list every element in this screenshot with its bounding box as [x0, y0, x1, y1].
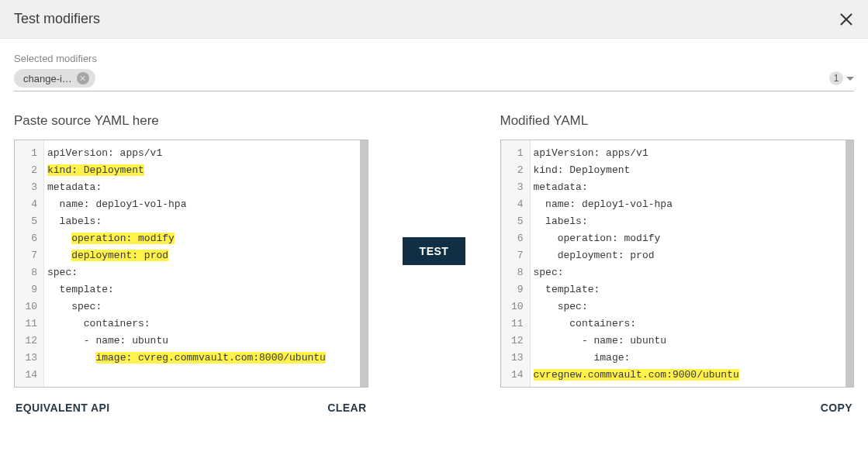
code-line: operation: modify — [534, 230, 842, 247]
code-line: labels: — [534, 213, 842, 230]
clear-button[interactable]: CLEAR — [326, 398, 368, 417]
code-line: - name: ubuntu — [534, 333, 842, 350]
code-line: containers: — [47, 315, 355, 333]
modified-scrollbar[interactable] — [846, 140, 853, 387]
code-line: spec: — [534, 264, 842, 281]
equivalent-api-button[interactable]: EQUIVALENT API — [14, 398, 112, 417]
dialog-title: Test modifiers — [14, 11, 100, 27]
code-line: cvregnew.commvault.com:9000/ubuntu — [534, 367, 842, 384]
code-line: labels: — [47, 213, 355, 230]
source-code[interactable]: apiVersion: apps/v1kind: Deploymentmetad… — [44, 140, 360, 387]
code-line: name: deploy1-vol-hpa — [534, 196, 842, 213]
expand-modifiers-caret[interactable] — [846, 77, 854, 81]
code-line: spec: — [47, 264, 355, 281]
code-line — [47, 367, 355, 384]
code-line: spec: — [534, 298, 842, 315]
source-yaml-editor[interactable]: 1234567891011121314 apiVersion: apps/v1k… — [14, 140, 368, 388]
modified-yaml-viewer: 1234567891011121314 apiVersion: apps/v1k… — [500, 140, 855, 388]
code-line: metadata: — [534, 179, 842, 196]
modified-gutter: 1234567891011121314 — [501, 140, 531, 387]
source-scrollbar[interactable] — [360, 140, 368, 387]
code-line: kind: Deployment — [47, 162, 355, 179]
code-line: kind: Deployment — [534, 162, 842, 179]
code-line: image: — [534, 350, 842, 367]
dialog-header: Test modifiers — [0, 0, 868, 39]
code-line: deployment: prod — [47, 247, 355, 264]
code-line: operation: modify — [47, 230, 355, 247]
modifier-chip-label: change-i… — [23, 73, 72, 84]
code-line: image: cvreg.commvault.com:8000/ubuntu — [47, 350, 355, 367]
code-line: apiVersion: apps/v1 — [47, 145, 355, 162]
selected-modifiers-field[interactable]: change-i… ✕ 1 — [14, 69, 854, 91]
code-line: apiVersion: apps/v1 — [534, 145, 842, 162]
source-yaml-title: Paste source YAML here — [14, 113, 368, 129]
modified-code: apiVersion: apps/v1kind: Deploymentmetad… — [531, 140, 846, 387]
test-button[interactable]: TEST — [403, 237, 466, 265]
code-line: - name: ubuntu — [47, 333, 355, 350]
code-line: containers: — [534, 315, 842, 333]
modifiers-count-badge: 1 — [829, 71, 843, 85]
selected-modifiers-label: Selected modifiers — [14, 53, 854, 64]
copy-button[interactable]: COPY — [819, 398, 854, 417]
source-gutter: 1234567891011121314 — [15, 140, 44, 387]
code-line: metadata: — [47, 179, 355, 196]
code-line: name: deploy1-vol-hpa — [47, 196, 355, 213]
code-line: deployment: prod — [534, 247, 842, 264]
chip-remove-icon[interactable]: ✕ — [77, 72, 89, 84]
code-line: spec: — [47, 298, 355, 315]
code-line: template: — [47, 281, 355, 298]
modified-yaml-title: Modified YAML — [500, 113, 855, 129]
code-line: template: — [534, 281, 842, 298]
close-icon[interactable] — [839, 12, 854, 27]
modifier-chip[interactable]: change-i… ✕ — [14, 69, 95, 88]
